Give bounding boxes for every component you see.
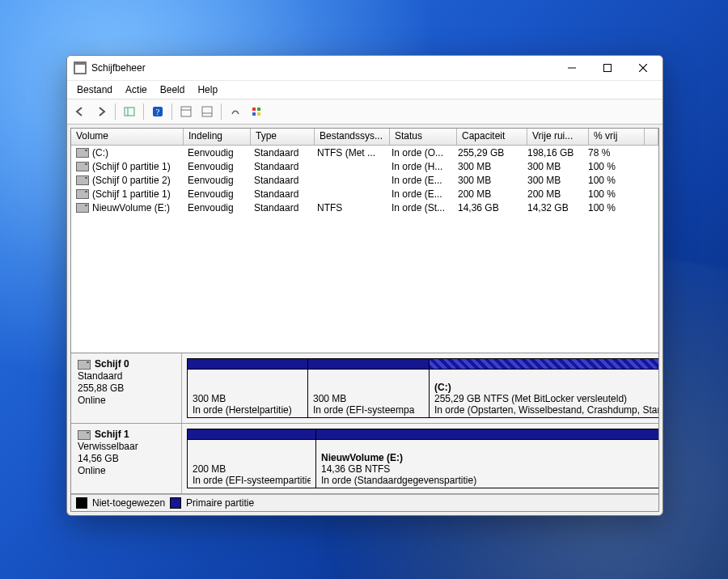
minimize-button[interactable] <box>554 56 590 80</box>
disk-management-window: Schijfbeheer Bestand Actie Beeld Help <box>66 55 663 516</box>
partition-color-bar <box>430 359 659 370</box>
volume-row[interactable]: (Schijf 1 partitie 1)EenvoudigStandaardI… <box>71 187 658 201</box>
col-capacity[interactable]: Capaciteit <box>457 129 527 145</box>
maximize-button[interactable] <box>590 56 625 80</box>
cell-free: 198,16 GB <box>523 147 583 158</box>
disk-partitions: 300 MBIn orde (Herstelpartitie)300 MBIn … <box>182 353 659 423</box>
partition-title: NieuwVolume (E:) <box>321 452 659 463</box>
volume-name: NieuwVolume (E:) <box>92 202 170 213</box>
cell-pct: 100 % <box>583 161 638 172</box>
volume-list-header: Volume Indeling Type Bestandssys... Stat… <box>71 129 658 146</box>
partition-status: In orde (Herstelpartitie) <box>193 404 303 416</box>
back-button[interactable] <box>70 102 90 121</box>
drive-icon <box>76 175 89 185</box>
col-free[interactable]: Vrije rui... <box>527 129 589 145</box>
cell-status: In orde (H... <box>387 161 453 172</box>
cell-fs: NTFS <box>312 202 387 213</box>
cell-type: Standaard <box>249 147 312 158</box>
cell-pct: 100 % <box>583 202 638 213</box>
menu-action[interactable]: Actie <box>119 82 154 97</box>
svg-rect-13 <box>257 108 260 111</box>
show-hide-button[interactable] <box>120 102 139 121</box>
drive-icon <box>76 162 89 171</box>
cell-type: Standaard <box>249 175 312 186</box>
cell-status: In orde (O... <box>387 147 453 158</box>
col-filesystem[interactable]: Bestandssys... <box>315 129 390 145</box>
view-top-button[interactable] <box>176 102 196 121</box>
drive-icon <box>76 189 89 199</box>
legend-primary-label: Primaire partitie <box>186 497 254 509</box>
menu-view[interactable]: Beeld <box>154 82 192 97</box>
partition-color-bar <box>188 429 315 440</box>
col-spacer <box>645 129 658 145</box>
volume-list-empty-area <box>71 214 658 353</box>
cell-fs: NTFS (Met ... <box>312 147 387 158</box>
legend-unallocated-label: Niet-toegewezen <box>92 497 165 509</box>
volume-row[interactable]: (Schijf 0 partitie 2)EenvoudigStandaardI… <box>71 173 658 187</box>
volume-row[interactable]: NieuwVolume (E:)EenvoudigStandaardNTFSIn… <box>71 201 658 214</box>
volume-row[interactable]: (Schijf 0 partitie 1)EenvoudigStandaardI… <box>71 159 658 173</box>
partition[interactable]: NieuwVolume (E:)14,36 GB NTFSIn orde (St… <box>316 429 659 488</box>
view-bottom-button[interactable] <box>197 102 217 121</box>
settings-button[interactable] <box>226 102 245 121</box>
cell-layout: Eenvoudig <box>183 161 249 172</box>
col-volume[interactable]: Volume <box>71 129 184 145</box>
disk-panels: Schijf 0Standaard255,88 GBOnline300 MBIn… <box>71 353 659 494</box>
disk-icon <box>78 430 91 440</box>
col-layout[interactable]: Indeling <box>184 129 251 145</box>
help-button[interactable]: ? <box>148 102 167 121</box>
partition[interactable]: 300 MBIn orde (EFI-systeempa <box>308 358 430 418</box>
cell-pct: 78 % <box>583 147 638 158</box>
cell-layout: Eenvoudig <box>183 202 249 213</box>
disk-panel: Schijf 1Verwisselbaar14,56 GBOnline200 M… <box>71 424 659 494</box>
forward-button[interactable] <box>91 102 111 121</box>
cell-type: Standaard <box>249 161 312 172</box>
volume-row[interactable]: (C:)EenvoudigStandaardNTFS (Met ...In or… <box>71 146 658 159</box>
partition-body: (C:)255,29 GB NTFS (Met BitLocker versle… <box>430 370 659 417</box>
disk-size: 255,88 GB <box>78 382 175 395</box>
col-status[interactable]: Status <box>390 129 457 145</box>
menubar: Bestand Actie Beeld Help <box>67 81 662 99</box>
col-pct[interactable]: % vrij <box>589 129 645 145</box>
drive-icon <box>76 203 89 213</box>
menu-file[interactable]: Bestand <box>70 82 119 97</box>
cell-volume: NieuwVolume (E:) <box>71 202 183 213</box>
titlebar[interactable]: Schijfbeheer <box>67 56 662 81</box>
cell-status: In orde (St... <box>387 202 453 213</box>
menu-help[interactable]: Help <box>191 82 224 97</box>
cell-volume: (Schijf 1 partitie 1) <box>71 188 183 200</box>
drive-icon <box>76 148 89 158</box>
refresh-colors-button[interactable] <box>247 102 266 121</box>
app-icon <box>74 61 87 74</box>
legend-swatch-unallocated <box>76 497 87 509</box>
disk-name: Schijf 0 <box>95 358 129 370</box>
svg-rect-12 <box>252 108 256 111</box>
disk-size: 14,56 GB <box>78 453 175 465</box>
partition[interactable]: 200 MBIn orde (EFI-systeempartitie) <box>187 429 316 488</box>
cell-status: In orde (E... <box>387 175 453 186</box>
disk-info[interactable]: Schijf 1Verwisselbaar14,56 GBOnline <box>71 424 182 493</box>
partition-color-bar <box>188 359 307 370</box>
close-button[interactable] <box>625 56 661 80</box>
cell-capacity: 14,36 GB <box>453 202 523 213</box>
partition[interactable]: 300 MBIn orde (Herstelpartitie) <box>187 358 308 418</box>
partition-status: In orde (Standaardgegevenspartitie) <box>321 475 659 486</box>
disk-info[interactable]: Schijf 0Standaard255,88 GBOnline <box>71 353 182 423</box>
cell-layout: Eenvoudig <box>183 175 249 186</box>
cell-free: 200 MB <box>523 188 583 200</box>
partition-color-bar <box>316 429 659 440</box>
volume-name: (Schijf 0 partitie 2) <box>92 175 171 186</box>
cell-status: In orde (E... <box>387 188 453 200</box>
cell-capacity: 255,29 GB <box>453 147 523 158</box>
partition-size: 14,36 GB NTFS <box>321 463 659 475</box>
partition-body: NieuwVolume (E:)14,36 GB NTFSIn orde (St… <box>316 440 659 488</box>
cell-type: Standaard <box>249 188 312 200</box>
content-area: Volume Indeling Type Bestandssys... Stat… <box>70 128 659 512</box>
partition-size: 200 MB <box>193 463 311 475</box>
col-type[interactable]: Type <box>251 129 315 145</box>
svg-rect-10 <box>202 107 212 116</box>
partition[interactable]: (C:)255,29 GB NTFS (Met BitLocker versle… <box>430 358 659 418</box>
cell-volume: (C:) <box>71 147 183 158</box>
volume-list[interactable]: (C:)EenvoudigStandaardNTFS (Met ...In or… <box>71 146 658 214</box>
window-controls <box>554 56 661 80</box>
